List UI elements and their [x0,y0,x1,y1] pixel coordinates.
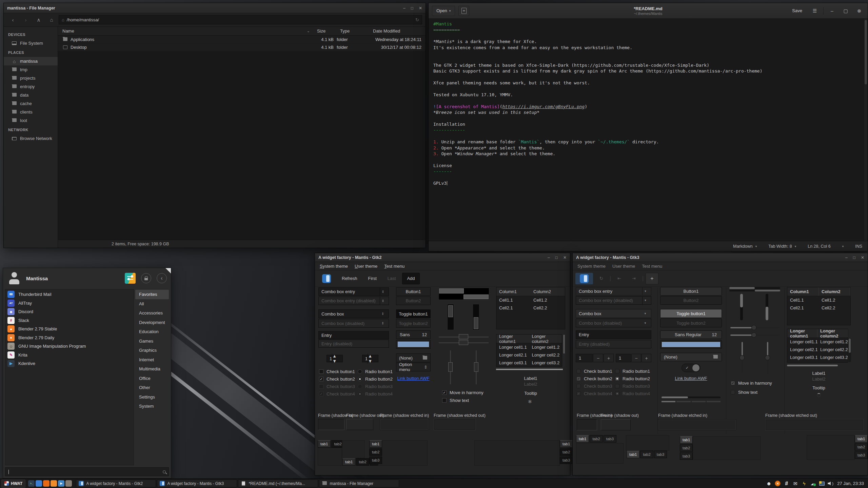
table-row[interactable]: Longer cell1.1Longer cell1.2 [496,343,562,351]
move-in-harmony-check[interactable]: Move in harmony [442,389,484,396]
scrollbar-thumb[interactable] [474,317,478,329]
maximize-button[interactable]: ▢ [841,6,851,16]
category-development[interactable]: Development [135,318,169,327]
tab-tab3[interactable]: tab3 [680,452,693,460]
kdenlive-launcher-icon[interactable]: ▶ [58,480,64,487]
menu-app-blender-2-79-stable[interactable]: ●Blender 2.79 Stable [5,325,134,333]
category-graphics[interactable]: Graphics [135,346,169,355]
checkbox-icon[interactable] [576,369,581,373]
settings-icon[interactable] [125,273,136,284]
column-header[interactable]: Longer column1 [496,334,529,343]
maximize-button[interactable]: □ [555,256,558,260]
menu-app-slack[interactable]: #Slack [5,316,134,325]
table-row[interactable]: Cell2.1Cell2.2 [496,304,565,312]
sidebar-item-data[interactable]: data [4,91,58,99]
task-button[interactable]: A widget factory - Mantis - Gtk3 [157,480,237,487]
add-icon[interactable]: + [646,273,658,284]
category-other[interactable]: Other [135,383,169,392]
menu-app-krita[interactable]: ✎Krita [5,351,134,360]
menu-user-theme[interactable]: User theme [609,264,638,269]
font-button[interactable]: Sans Regular12 [660,330,722,339]
table-row[interactable]: Longer cell3.1Longer cell3.2 [787,353,848,361]
tab-width-selector[interactable]: Tab Width: 8▾ [768,244,796,249]
sidebar-item-cache[interactable]: cache [4,99,58,108]
scale-knob[interactable] [739,355,745,360]
spin-minus-button[interactable]: − [593,354,603,362]
spin-button[interactable]: 1▲▼ [362,355,378,362]
category-games[interactable]: Games [135,337,169,346]
close-button[interactable]: ✕ [861,256,864,260]
scale-knob[interactable] [751,325,756,330]
tab-tab2[interactable]: tab2 [590,435,603,443]
switch-on[interactable] [682,364,701,372]
maximize-button[interactable]: □ [853,256,855,260]
first-button[interactable]: First [364,273,381,284]
category-education[interactable]: Education [135,327,169,337]
task-button[interactable]: *README.md (~/.themes/Ma... [238,480,318,487]
first-icon[interactable]: ⇤ [613,273,626,284]
tab-tab3[interactable]: tab3 [369,456,382,464]
task-button[interactable]: mantissa - File Manager [319,480,399,487]
tab-tab1[interactable]: tab1 [560,440,573,448]
minimize-button[interactable]: – [845,256,848,260]
scrollbar-thumb[interactable] [448,305,453,317]
awf-icon[interactable] [575,273,593,284]
minimize-button[interactable]: – [548,256,550,260]
checkbox-icon[interactable] [442,398,447,403]
checkbox-icon[interactable] [319,369,323,374]
editor-scrollbar[interactable] [864,19,867,241]
menu-test-menu[interactable]: Test menu [381,264,408,269]
spin-plus-button[interactable]: + [642,354,651,362]
forward-button[interactable]: › [20,15,32,25]
tab-tab1[interactable]: tab1 [855,435,868,443]
refresh-icon[interactable]: ↻ [595,273,608,284]
column-header-type[interactable]: Type [336,28,369,34]
sidebar-item-file-system[interactable]: File System [4,39,58,47]
color-button[interactable] [660,340,722,349]
column-header[interactable]: Column2 [531,287,565,296]
gtk3-titlebar[interactable]: A widget factory - Mantis - Gtk3 – □ ✕ [573,253,868,262]
search-input[interactable] [5,467,169,476]
column-header[interactable]: Column1 [496,287,531,296]
language-selector[interactable]: Markdown▾ [733,244,757,249]
category-all[interactable]: All [135,299,169,309]
show-text-check[interactable]: Show text [442,396,469,404]
logout-icon[interactable]: ‹ [157,273,167,283]
column-header-size[interactable]: Size [313,28,336,34]
last-button[interactable]: Last [383,273,400,284]
toggle-button1[interactable]: Toggle button1 [660,309,722,318]
scrollbar-thumb[interactable] [740,294,743,307]
menu-system-theme[interactable]: System theme [574,264,609,269]
checkbox-icon[interactable] [731,390,735,394]
link-button[interactable]: Link button AWF [396,376,431,381]
radio-icon[interactable] [615,369,619,373]
menu-test-menu[interactable]: Test menu [638,264,666,269]
vertical-scrollbar[interactable] [473,304,479,330]
button1[interactable]: Button1 [396,287,431,296]
checkbox-icon[interactable] [319,377,323,381]
vertical-scrollbar[interactable] [740,294,743,320]
scale-handle[interactable] [459,334,468,339]
close-button[interactable]: ✕ [419,6,422,10]
tab-tab1[interactable]: tab1 [342,458,355,466]
sidebar-item-clients[interactable]: clients [4,108,58,116]
show-text-check[interactable]: Show text [731,388,757,396]
spin-button-value[interactable]: 1 [576,354,593,362]
spin-plus-button[interactable]: + [604,354,614,362]
table-row[interactable]: Longer cell2.1Longer cell2.2 [496,351,562,359]
power-tray-icon[interactable] [801,480,807,487]
tab-tab1[interactable]: tab1 [680,436,693,444]
firefox-launcher-icon[interactable] [43,480,50,487]
gimp-launcher-icon[interactable] [65,480,72,487]
whisker-menu-button[interactable]: HWAT [1,480,25,488]
treeview-vscrollbar[interactable] [563,334,565,367]
treeview-hscrollbar[interactable] [496,369,563,370]
menu-app-blender-2-79-daily[interactable]: ●Blender 2.79 Daily [5,333,134,342]
combo-box-entry[interactable]: Combo box entry▼ [576,287,651,296]
menu-system-theme[interactable]: System theme [316,264,351,269]
statusbar-dropdown[interactable]: ▾ [842,245,844,248]
table-row[interactable]: Cell1.1Cell1.2 [787,296,850,304]
refresh-button[interactable]: Refresh [337,273,362,284]
tab-tab3[interactable]: tab3 [560,456,573,464]
menu-app-discord[interactable]: ☻Discord [5,307,134,316]
